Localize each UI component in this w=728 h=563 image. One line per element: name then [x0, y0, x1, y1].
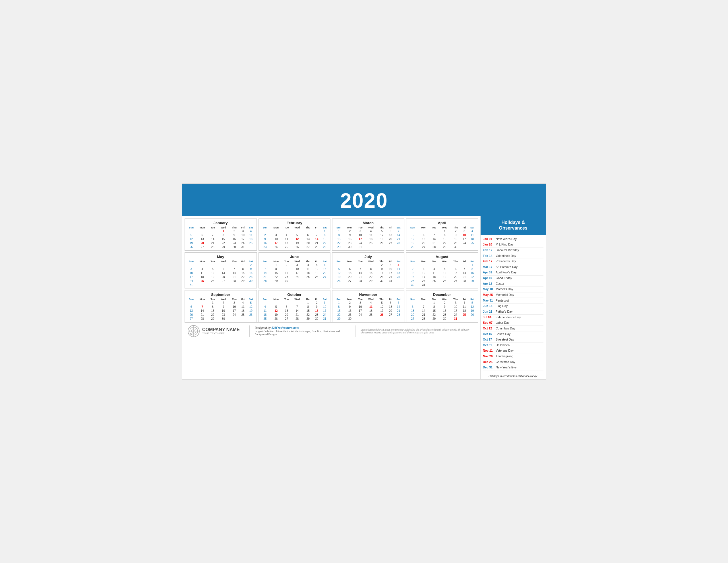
month-october: October Sun Mon Tue Wed Thu Fri Sat: [258, 290, 331, 322]
holiday-item: Apr 01April Fool's Day: [483, 270, 543, 276]
company-name: COMPANY NAME: [202, 327, 240, 332]
holiday-item: Oct 16Boss's Day: [483, 332, 543, 337]
holiday-date: Oct 31: [483, 344, 496, 347]
holiday-name: April Fool's Day: [496, 270, 516, 274]
holiday-date: Mar 17: [483, 265, 496, 269]
sidebar-note: Holidays in red denotes National Holiday…: [481, 373, 546, 379]
company-sub: YOUR TEXT HERE: [202, 332, 240, 335]
holiday-date: Nov 11: [483, 349, 496, 353]
holiday-name: Pentecost: [496, 299, 509, 303]
month-name-october: October: [260, 292, 329, 298]
holiday-item: May 10Mother's Day: [483, 287, 543, 293]
year-header: 2020: [182, 184, 546, 216]
footer-designed-by: Designed by 123FreeVectors.com: [255, 326, 350, 330]
holiday-date: May 31: [483, 299, 496, 303]
holiday-item: Feb 12Lincoln's Birthday: [483, 247, 543, 253]
month-name-june: June: [260, 254, 329, 260]
company-logo-icon: [187, 325, 200, 338]
header-tue: Tue: [208, 226, 217, 229]
holiday-item: Jun 21Father's Day: [483, 309, 543, 315]
footer-divider: [249, 326, 250, 337]
holiday-date: Dec 25: [483, 360, 496, 364]
header-sun: Sun: [186, 226, 197, 229]
holiday-item: Oct 12Columbus Day: [483, 326, 543, 332]
calendar-table-june: Sun Mon Tue Wed Thu Fri Sat 1 2 3: [260, 260, 329, 283]
holiday-item: Apr 10Good Friday: [483, 276, 543, 282]
holiday-name: Flag Day: [496, 304, 508, 308]
holiday-date: Dec 31: [483, 366, 496, 370]
month-name-february: February: [260, 220, 329, 226]
holiday-name: New Year's Day: [496, 237, 517, 241]
holiday-item: Oct 31Halloween: [483, 343, 543, 348]
sidebar-header: Holidays &Observances: [481, 216, 546, 235]
month-name-july: July: [334, 254, 403, 260]
holiday-name: Mother's Day: [496, 287, 513, 291]
holiday-date: Apr 01: [483, 270, 496, 274]
holiday-item: Nov 11Veterans Day: [483, 348, 543, 354]
header-thu: Thu: [229, 226, 239, 229]
month-name-november: November: [334, 292, 403, 298]
holiday-name: Labor Day: [496, 321, 509, 325]
holiday-name: Lincoln's Birthday: [496, 248, 519, 252]
holiday-name: Easter: [496, 282, 504, 286]
holiday-name: Father's Day: [496, 310, 512, 314]
month-january: January Sun Mon Tue Wed Thu Fri Sat: [185, 218, 257, 250]
calendar-table-march: Sun Mon Tue Wed Thu Fri Sat 1 2 3: [334, 226, 403, 249]
header-fri: Fri: [239, 226, 247, 229]
holiday-name: New Year's Eve: [496, 366, 516, 370]
holiday-name: Columbus Day: [496, 327, 515, 331]
calendar-table-november: Sun Mon Tue Wed Thu Fri Sat 1 2 3: [334, 298, 403, 321]
holiday-name: Boss's Day: [496, 332, 510, 336]
month-name-august: August: [408, 254, 477, 260]
footer-desc: Largest Collection of Free Vector Art, V…: [255, 330, 350, 336]
holiday-date: Jan 20: [483, 243, 496, 247]
month-name-april: April: [408, 220, 477, 226]
holiday-date: Apr 10: [483, 276, 496, 280]
month-april: April Sun Mon Tue Wed Thu Fri Sat: [406, 218, 478, 250]
holiday-list: Jan 01New Year's DayJan 20M L King DayFe…: [481, 235, 546, 372]
holiday-date: May 10: [483, 287, 496, 291]
holiday-name: M L King Day: [496, 243, 514, 247]
year-text: 2020: [340, 189, 388, 212]
holiday-name: Good Friday: [496, 276, 512, 280]
holiday-name: Veterans Day: [496, 349, 514, 353]
holiday-date: May 25: [483, 293, 496, 297]
header-wed: Wed: [218, 226, 229, 229]
holiday-item: Feb 14Valentine's Day: [483, 253, 543, 259]
holiday-date: Jun 21: [483, 310, 496, 314]
month-name-march: March: [334, 220, 403, 226]
holiday-date: Nov 26: [483, 355, 496, 359]
calendar-table-october: Sun Mon Tue Wed Thu Fri Sat: [260, 298, 329, 321]
holiday-name: Sweetest Day: [496, 338, 514, 342]
holiday-item: Sep 07Labor Day: [483, 320, 543, 326]
footer: COMPANY NAME YOUR TEXT HERE Designed by …: [185, 322, 478, 340]
holiday-name: Memorial Day: [496, 293, 514, 297]
holiday-date: Jun 14: [483, 304, 496, 308]
calendar-table-september: Sun Mon Tue Wed Thu Fri Sat 1 2: [186, 298, 255, 321]
holiday-name: Presidents Day: [496, 259, 516, 263]
holiday-item: Dec 25Christmas Day: [483, 359, 543, 365]
holiday-date: Feb 12: [483, 248, 496, 252]
holiday-item: Jan 20M L King Day: [483, 242, 543, 248]
holiday-date: Apr 12: [483, 282, 496, 286]
month-july: July Sun Mon Tue Wed Thu Fri Sat: [332, 252, 404, 289]
holiday-item: Mar 17St. Patrick's Day: [483, 264, 543, 270]
holiday-name: Halloween: [496, 344, 510, 347]
calendar-table-july: Sun Mon Tue Wed Thu Fri Sat 1: [334, 260, 403, 283]
month-name-september: September: [186, 292, 255, 298]
month-december: December Sun Mon Tue Wed Thu Fri Sat: [406, 290, 478, 322]
holiday-item: Apr 12Easter: [483, 281, 543, 287]
logo-area: COMPANY NAME YOUR TEXT HERE: [187, 325, 244, 338]
holiday-item: May 31Pentecost: [483, 298, 543, 304]
holiday-item: Dec 31New Year's Eve: [483, 365, 543, 371]
holiday-name: Thanksgiving: [496, 355, 513, 359]
calendar-table-january: Sun Mon Tue Wed Thu Fri Sat 1: [186, 226, 255, 249]
holiday-item: Oct 17Sweetest Day: [483, 337, 543, 343]
month-name-may: May: [186, 254, 255, 260]
holiday-item: May 25Memorial Day: [483, 293, 543, 298]
calendar-table-august: Sun Mon Tue Wed Thu Fri Sat: [408, 260, 477, 287]
month-name-january: January: [186, 220, 255, 226]
holiday-item: Jan 01New Year's Day: [483, 236, 543, 242]
footer-designed-section: Designed by 123FreeVectors.com Largest C…: [255, 326, 350, 336]
month-august: August Sun Mon Tue Wed Thu Fri Sat: [406, 252, 478, 289]
